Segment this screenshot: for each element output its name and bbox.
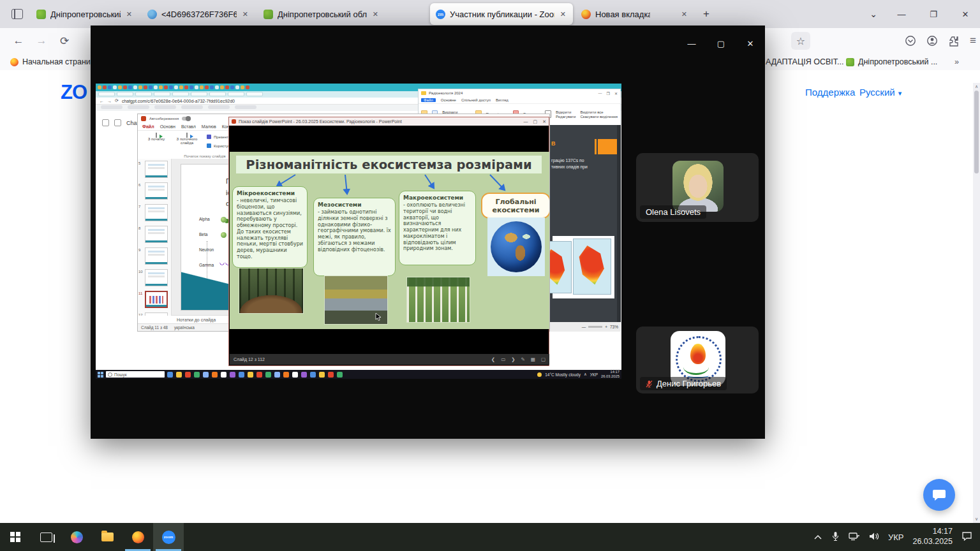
slide-menu-icon: ▭ xyxy=(501,356,505,362)
participant-tile-olena[interactable]: Olena Lisovets xyxy=(636,153,759,222)
chat-bubble-icon xyxy=(932,487,947,503)
ecosystem-box-micro: Мікроекосистеми - невеличкі, тимчасові б… xyxy=(232,186,308,268)
scroll-up-icon[interactable]: ∧ xyxy=(973,84,980,89)
participant-tile-denys[interactable]: Денис Григорьев xyxy=(636,327,759,393)
tab-close-icon[interactable]: ✕ xyxy=(241,9,249,20)
bookmark-home[interactable]: Начальная страница xyxy=(10,54,100,70)
tab-title: <4D6963726F736F667420576F7 xyxy=(161,10,237,19)
clover-favicon-icon xyxy=(264,10,273,19)
file-explorer-button[interactable] xyxy=(92,523,122,551)
clover-favicon-icon xyxy=(36,10,46,19)
bookmark-adaptation[interactable]: АДАПТАЦІЯ ОСВІТ... xyxy=(766,54,843,70)
doc-orange-block xyxy=(598,139,618,154)
pocket-icon[interactable] xyxy=(905,35,916,47)
tab-dnipro-1[interactable]: Дніпропетровський обласний ✕ xyxy=(31,3,139,25)
beta-particle-icon xyxy=(221,232,226,238)
window-restore-button[interactable]: ❐ xyxy=(919,1,948,27)
firefox-taskbar-button[interactable] xyxy=(122,523,153,551)
remote-favicon-dot xyxy=(205,85,209,89)
remote-app-icon xyxy=(319,372,325,378)
tab-hex-doc[interactable]: <4D6963726F736F667420576F7 ✕ xyxy=(142,3,255,25)
tab-close-icon[interactable]: ✕ xyxy=(680,9,688,20)
account-icon[interactable] xyxy=(926,35,938,47)
shared-screen-view: ← → ⟳ chatgpt.com/c/67e0628e-0e64-000d-a… xyxy=(96,84,621,379)
remote-refresh-icon: ⟳ xyxy=(115,98,119,103)
teams-icon xyxy=(207,135,211,139)
tray-chevron-icon: ∧ xyxy=(584,372,587,377)
task-view-button[interactable] xyxy=(31,523,61,551)
new-tab-button[interactable]: + xyxy=(697,4,716,24)
list-all-tabs-chevron-icon[interactable]: ⌄ xyxy=(863,4,884,24)
window-close-button[interactable]: ✕ xyxy=(951,1,980,27)
network-tray-icon[interactable] xyxy=(849,532,860,543)
thumbnail-image xyxy=(145,161,168,178)
new-chat-icon xyxy=(114,119,121,126)
weather-label: 14°C Mostly cloudy xyxy=(545,372,581,377)
language-selector[interactable]: Русский▾ xyxy=(859,87,902,98)
tab-close-icon[interactable]: ✕ xyxy=(559,9,567,20)
display-settings-icon: ▢ xyxy=(541,356,546,362)
menu-icon[interactable]: ≡ xyxy=(970,34,976,47)
ray-label-alpha: Alpha xyxy=(199,217,210,221)
scrollbar-thumb[interactable] xyxy=(974,91,979,173)
remote-tab-shape xyxy=(154,92,170,96)
clock[interactable]: 14:17 26.03.2025 xyxy=(912,527,953,547)
time: 14:17 xyxy=(912,527,953,537)
action-center-icon[interactable] xyxy=(961,531,972,543)
microphone-tray-icon[interactable] xyxy=(831,531,840,543)
zoom-maximize-button[interactable]: ▢ xyxy=(706,33,736,54)
window-minimize-button[interactable]: — xyxy=(887,1,916,27)
volume-tray-icon[interactable] xyxy=(869,532,879,543)
explorer-menu-share: Спільний доступ xyxy=(461,98,491,102)
tab-close-icon[interactable]: ✕ xyxy=(125,9,133,20)
remote-tab-shape xyxy=(135,92,152,96)
support-chat-fab[interactable] xyxy=(923,479,955,511)
remote-bookmark-shape xyxy=(208,105,230,109)
slide-thumbnail: 12 xyxy=(144,312,169,316)
remote-favicon-dot xyxy=(159,85,163,89)
remote-app-icon xyxy=(239,372,244,378)
refresh-icon[interactable]: ⟳ xyxy=(55,32,74,50)
weather-icon xyxy=(537,372,542,377)
tab-close-icon[interactable]: ✕ xyxy=(371,9,380,20)
remote-bookmark-shape xyxy=(101,105,122,109)
mouse-cursor xyxy=(375,312,382,321)
firefox-tab-bar: Дніпропетровський обласний ✕ <4D6963726F… xyxy=(0,0,980,28)
bookmark-dnipro[interactable]: Дніпропетровський ... xyxy=(846,54,937,70)
bookmark-star-icon[interactable]: ☆ xyxy=(791,32,810,50)
tab-zoom-active[interactable]: zm Участник публикации - Zoom ✕ xyxy=(430,3,573,25)
remote-tab-shape xyxy=(98,92,115,96)
ppt-tab-draw: Малюв xyxy=(202,124,216,129)
scroll-down-icon[interactable]: ∨ xyxy=(973,517,980,522)
slide-thumbnail-panel: 5 6 7 8 9 10 11 12 xyxy=(138,159,172,316)
zoom-minimize-button[interactable]: — xyxy=(677,33,706,54)
explorer-menu-file: Файл xyxy=(421,98,436,102)
tab-dnipro-2[interactable]: Дніпропетровський обласний ✕ xyxy=(258,3,385,25)
extensions-icon[interactable] xyxy=(948,35,960,47)
slide-thumbnail: 5 xyxy=(144,160,169,180)
close-icon: ✕ xyxy=(542,119,546,124)
maximize-icon: ▢ xyxy=(533,119,538,124)
support-link[interactable]: Поддержка xyxy=(805,87,855,98)
firefox-view-button[interactable] xyxy=(6,4,28,24)
start-button[interactable] xyxy=(0,523,31,551)
language-indicator[interactable]: УКР xyxy=(888,533,904,542)
remote-favicon-dot xyxy=(210,85,214,89)
tray-chevron-icon[interactable] xyxy=(813,533,822,542)
zoom-close-button[interactable]: ✕ xyxy=(736,33,765,54)
back-icon[interactable]: ← xyxy=(9,32,28,50)
zoom-meeting-window: — ▢ ✕ ← → ⟳ chatgpt.com/c/67e0628e-0e64-… xyxy=(91,26,765,439)
copilot-button[interactable] xyxy=(61,523,92,551)
slideshow-slide-counter: Слайд 12 з 112 xyxy=(234,357,265,362)
forward-icon[interactable]: → xyxy=(32,32,51,50)
remote-taskbar: Пошук 14°C Mostly cloudy ∧ УКР 14:17 26.… xyxy=(96,370,621,379)
tab-title: Участник публикации - Zoom xyxy=(450,10,554,19)
slide-count-status: Слайд 11 з 48 xyxy=(141,325,168,330)
bookmarks-overflow-chevron-icon[interactable]: » xyxy=(954,54,959,70)
thumbnail-image xyxy=(145,291,168,308)
remote-favicon-dot xyxy=(118,85,122,89)
zoom-taskbar-button[interactable]: zoom xyxy=(153,523,184,551)
ecosystem-box-global: Глобальні екосистеми xyxy=(481,193,549,219)
tab-new[interactable]: Новая вкладка ✕ xyxy=(575,3,694,25)
page-scrollbar[interactable]: ∧ ∨ xyxy=(973,83,980,523)
